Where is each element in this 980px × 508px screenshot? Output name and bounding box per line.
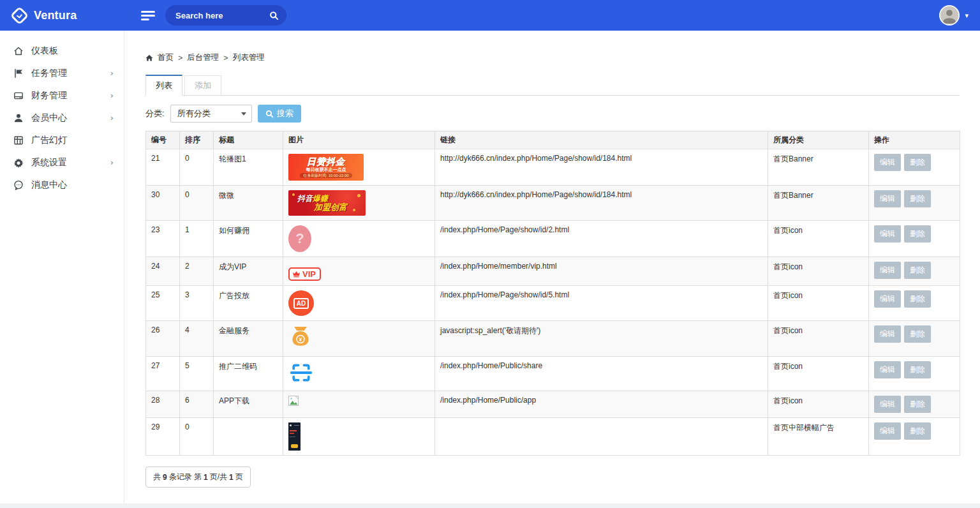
cell-actions: 编辑删除 bbox=[869, 418, 960, 456]
list-table: 编号 排序 标题 图片 链接 所属分类 操作 210轮播图1日赞抖金每日收获不止… bbox=[145, 131, 960, 456]
settings-gear-icon bbox=[13, 158, 24, 168]
task-flag-icon bbox=[13, 68, 24, 78]
sidebar-item-1[interactable]: 仪表板 bbox=[0, 40, 124, 62]
ventura-logo-icon bbox=[10, 6, 29, 25]
cell-link: http://dyk666.cn/index.php/Home/Page/sho… bbox=[435, 186, 768, 221]
select-caret-down-icon bbox=[241, 112, 246, 116]
search-input[interactable] bbox=[175, 11, 269, 20]
cell-id: 24 bbox=[146, 257, 180, 286]
search-button[interactable]: 搜索 bbox=[258, 105, 301, 123]
sidebar-item-label: 会员中心 bbox=[31, 112, 103, 124]
category-select[interactable]: 所有分类 bbox=[170, 105, 252, 123]
col-link: 链接 bbox=[435, 131, 768, 149]
chevron-right-icon: › bbox=[110, 158, 114, 167]
cell-image: 抖音爆赚加盟创富 bbox=[283, 186, 435, 221]
vip-crown-badge-icon: VIP bbox=[288, 267, 321, 281]
cell-link: /index.php/Home/Public/share bbox=[435, 357, 768, 391]
edit-button[interactable]: 编辑 bbox=[874, 190, 901, 207]
question-circle-icon: ? bbox=[288, 225, 311, 252]
edit-button[interactable]: 编辑 bbox=[874, 325, 901, 343]
sidebar-item-4[interactable]: 会员中心› bbox=[0, 107, 124, 129]
table-row: 286APP下载/index.php/Home/Public/app首页icon… bbox=[146, 391, 960, 418]
table-row: 264金融服务¥javascript:sp_alert('敬请期待')首页ico… bbox=[146, 321, 960, 357]
cell-title: 如何赚佣 bbox=[214, 221, 283, 257]
sidebar-item-label: 任务管理 bbox=[31, 68, 103, 79]
main-content: 首页 > 后台管理 > 列表管理 列表 添加 分类: 所有分类 搜索 bbox=[124, 31, 980, 504]
chevron-right-icon: › bbox=[110, 91, 114, 100]
cell-sort: 1 bbox=[180, 221, 214, 257]
finance-drive-icon bbox=[13, 91, 24, 101]
cell-image bbox=[283, 357, 435, 391]
sidebar-item-7[interactable]: 消息中心 bbox=[0, 174, 124, 196]
sidebar-toggle-hamburger-icon[interactable] bbox=[141, 9, 155, 22]
edit-button[interactable]: 编辑 bbox=[874, 396, 901, 413]
sidebar-item-label: 消息中心 bbox=[31, 179, 114, 191]
cell-category: 首页icon bbox=[768, 391, 869, 418]
cell-actions: 编辑删除 bbox=[869, 321, 960, 357]
table-row: 210轮播图1日赞抖金每日收获不止一点点任务刷新时间: 10:00-22:00h… bbox=[146, 149, 960, 186]
edit-button[interactable]: 编辑 bbox=[874, 361, 901, 378]
search-icon[interactable] bbox=[269, 11, 279, 20]
delete-button[interactable]: 删除 bbox=[904, 262, 931, 279]
chevron-right-icon: › bbox=[110, 113, 114, 123]
brand[interactable]: Ventura bbox=[0, 9, 124, 22]
cell-sort: 2 bbox=[180, 257, 214, 286]
cell-sort: 0 bbox=[180, 418, 214, 456]
cell-link: http://dyk666.cn/index.php/Home/Page/sho… bbox=[435, 149, 768, 186]
cell-link bbox=[435, 418, 768, 456]
edit-button[interactable]: 编辑 bbox=[874, 154, 901, 171]
cell-link: /index.php/Home/Public/app bbox=[435, 391, 768, 418]
cell-category: 首页icon bbox=[768, 321, 869, 357]
topbar-search[interactable] bbox=[165, 5, 286, 26]
delete-button[interactable]: 删除 bbox=[904, 290, 931, 308]
sidebar-item-3[interactable]: 财务管理› bbox=[0, 84, 124, 107]
breadcrumb-home[interactable]: 首页 bbox=[158, 52, 174, 63]
cell-category: 首页Banner bbox=[768, 149, 869, 186]
cell-sort: 0 bbox=[180, 149, 214, 186]
cell-title: 微微 bbox=[214, 186, 283, 221]
user-menu-chevron-down-icon[interactable]: ▾ bbox=[965, 11, 969, 20]
cell-sort: 6 bbox=[180, 391, 214, 418]
delete-button[interactable]: 删除 bbox=[904, 225, 931, 243]
cell-id: 27 bbox=[146, 357, 180, 391]
delete-button[interactable]: 删除 bbox=[904, 190, 931, 207]
table-row: 242成为VIPVIP/index.php/Home/member/vip.ht… bbox=[146, 257, 960, 286]
edit-button[interactable]: 编辑 bbox=[874, 262, 901, 279]
cell-sort: 3 bbox=[180, 286, 214, 321]
breadcrumb: 首页 > 后台管理 > 列表管理 bbox=[145, 52, 960, 63]
tab-add[interactable]: 添加 bbox=[184, 75, 221, 96]
table-row: 290首页中部横幅广告编辑删除 bbox=[146, 418, 960, 456]
cell-title: 成为VIP bbox=[214, 257, 283, 286]
user-avatar[interactable] bbox=[939, 5, 960, 26]
dark-mobile-thumbnail-image bbox=[288, 422, 301, 451]
cell-category: 首页icon bbox=[768, 221, 869, 257]
sidebar-item-5[interactable]: 广告幻灯 bbox=[0, 129, 124, 151]
banner-rizan-doujin-image: 日赞抖金每日收获不止一点点任务刷新时间: 10:00-22:00 bbox=[288, 154, 364, 181]
edit-button[interactable]: 编辑 bbox=[874, 422, 901, 440]
cell-image: 日赞抖金每日收获不止一点点任务刷新时间: 10:00-22:00 bbox=[283, 149, 435, 186]
table-header-row: 编号 排序 标题 图片 链接 所属分类 操作 bbox=[146, 131, 960, 149]
delete-button[interactable]: 删除 bbox=[904, 361, 931, 378]
delete-button[interactable]: 删除 bbox=[904, 154, 931, 171]
edit-button[interactable]: 编辑 bbox=[874, 290, 901, 308]
cell-id: 30 bbox=[146, 186, 180, 221]
col-category: 所属分类 bbox=[768, 131, 869, 149]
cell-id: 29 bbox=[146, 418, 180, 456]
cell-link: javascript:sp_alert('敬请期待') bbox=[435, 321, 768, 357]
sidebar-item-2[interactable]: 任务管理› bbox=[0, 62, 124, 84]
edit-button[interactable]: 编辑 bbox=[874, 225, 901, 243]
delete-button[interactable]: 删除 bbox=[904, 325, 931, 343]
cell-image: VIP bbox=[283, 257, 435, 286]
breadcrumb-level2[interactable]: 后台管理 bbox=[187, 52, 219, 63]
cell-title: APP下载 bbox=[214, 391, 283, 418]
tab-list[interactable]: 列表 bbox=[145, 75, 182, 96]
cell-category: 首页中部横幅广告 bbox=[768, 418, 869, 456]
cell-link: /index.php/Home/Page/show/id/2.html bbox=[435, 221, 768, 257]
delete-button[interactable]: 删除 bbox=[904, 422, 931, 440]
sidebar: 仪表板任务管理›财务管理›会员中心›广告幻灯系统设置›消息中心 bbox=[0, 31, 124, 504]
current-page: 1 bbox=[204, 473, 208, 482]
brand-name: Ventura bbox=[34, 9, 77, 22]
cell-actions: 编辑删除 bbox=[869, 149, 960, 186]
delete-button[interactable]: 删除 bbox=[904, 396, 931, 413]
sidebar-item-6[interactable]: 系统设置› bbox=[0, 151, 124, 174]
